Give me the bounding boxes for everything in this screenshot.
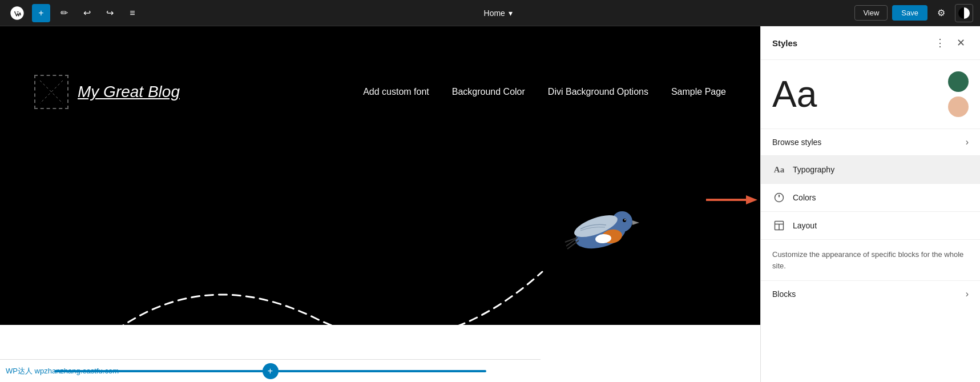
browse-styles-label: Browse styles xyxy=(772,138,821,147)
toolbar-right: View Save ⚙ xyxy=(854,4,973,22)
gear-icon: ⚙ xyxy=(937,7,945,18)
style-aa-label: Aa xyxy=(772,76,817,112)
color-dot-peach xyxy=(948,96,969,117)
save-button[interactable]: Save xyxy=(892,5,927,21)
toolbar-left: + ✏ ↩ ↪ ≡ xyxy=(7,3,142,23)
blocks-label: Blocks xyxy=(772,289,796,299)
half-circle-icon xyxy=(958,7,970,19)
toolbar-center: Home ▾ xyxy=(146,9,850,18)
color-dot-green xyxy=(948,71,969,92)
panel-close-button[interactable]: ✕ xyxy=(953,35,969,50)
typography-label: Typography xyxy=(793,165,834,174)
style-preview: Aa xyxy=(761,60,980,129)
styles-panel: Styles ⋮ ✕ Aa Browse styles › Aa Typogra… xyxy=(760,26,980,382)
settings-button[interactable]: ⚙ xyxy=(932,4,950,22)
site-nav: Add custom font Background Color Divi Ba… xyxy=(363,87,726,97)
blocks-row[interactable]: Blocks › xyxy=(761,281,980,307)
layout-icon xyxy=(772,219,786,232)
nav-divi-background[interactable]: Divi Background Options xyxy=(548,87,648,97)
menu-button[interactable]: ≡ xyxy=(123,4,142,22)
blocks-chevron: › xyxy=(966,289,969,299)
panel-more-button[interactable]: ⋮ xyxy=(931,35,949,50)
progress-bar: + xyxy=(54,370,487,372)
colors-icon xyxy=(772,191,786,204)
home-label: Home xyxy=(484,9,505,18)
layout-menu-item[interactable]: Layout xyxy=(761,212,980,240)
logo-placeholder xyxy=(34,75,68,109)
nav-sample-page[interactable]: Sample Page xyxy=(671,87,726,97)
colors-label: Colors xyxy=(793,193,816,202)
panel-header: Styles ⋮ ✕ xyxy=(761,26,980,60)
browse-styles-chevron: › xyxy=(966,137,969,147)
bottom-bar: WP达人 wpzhanzhang.eastfu.com + xyxy=(0,359,541,382)
svg-point-6 xyxy=(624,219,626,220)
hero-section xyxy=(0,158,760,325)
arc-path xyxy=(57,203,571,325)
undo-icon: ↩ xyxy=(83,7,91,18)
edit-button[interactable]: ✏ xyxy=(55,4,73,22)
browse-styles-row[interactable]: Browse styles › xyxy=(761,129,980,156)
site-logo-area: My Great Blog xyxy=(34,75,180,109)
nav-background-color[interactable]: Background Color xyxy=(452,87,525,97)
chevron-down-icon: ▾ xyxy=(509,9,513,18)
panel-title: Styles xyxy=(772,38,797,48)
undo-button[interactable]: ↩ xyxy=(78,4,96,22)
panel-description: Customize the appearance of specific blo… xyxy=(761,240,980,281)
toolbar: + ✏ ↩ ↪ ≡ Home ▾ View Save ⚙ xyxy=(0,0,980,26)
layout-icon-svg xyxy=(774,220,784,231)
bird-svg xyxy=(555,192,646,260)
menu-icon: ≡ xyxy=(130,8,135,18)
svg-point-5 xyxy=(623,219,626,222)
color-dots xyxy=(948,71,969,117)
redo-button[interactable]: ↪ xyxy=(100,4,119,22)
colors-menu-item[interactable]: Colors xyxy=(761,184,980,212)
site-header: My Great Blog Add custom font Background… xyxy=(0,26,760,158)
pencil-icon: ✏ xyxy=(61,7,68,18)
wp-logo-svg xyxy=(9,5,25,21)
svg-marker-4 xyxy=(632,220,639,225)
typography-menu-item[interactable]: Aa Typography xyxy=(761,156,980,184)
redo-icon: ↪ xyxy=(106,7,114,18)
add-block-button[interactable]: + xyxy=(32,4,50,22)
home-dropdown-button[interactable]: Home ▾ xyxy=(484,9,513,18)
panel-header-actions: ⋮ ✕ xyxy=(931,35,969,50)
placeholder-icon xyxy=(40,81,63,103)
canvas-area: My Great Blog Add custom font Background… xyxy=(0,26,760,382)
colors-icon-svg xyxy=(774,192,784,203)
view-button[interactable]: View xyxy=(854,5,888,21)
theme-toggle-button[interactable] xyxy=(955,4,973,22)
site-title: My Great Blog xyxy=(78,83,180,101)
layout-label: Layout xyxy=(793,221,817,230)
add-section-button[interactable]: + xyxy=(263,363,279,379)
typography-icon: Aa xyxy=(772,163,786,176)
bird-illustration xyxy=(555,192,646,263)
nav-add-custom-font[interactable]: Add custom font xyxy=(363,87,429,97)
wordpress-logo[interactable] xyxy=(7,3,27,23)
